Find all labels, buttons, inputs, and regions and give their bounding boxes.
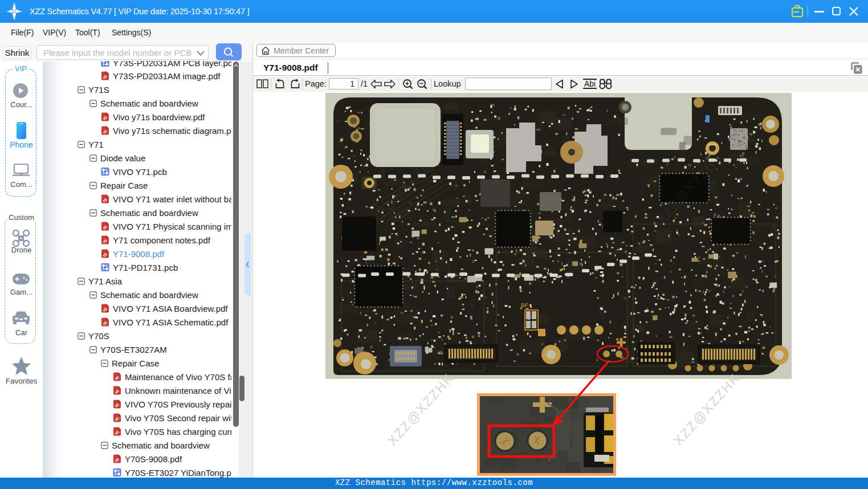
svg-text:BF: BF	[521, 302, 528, 309]
